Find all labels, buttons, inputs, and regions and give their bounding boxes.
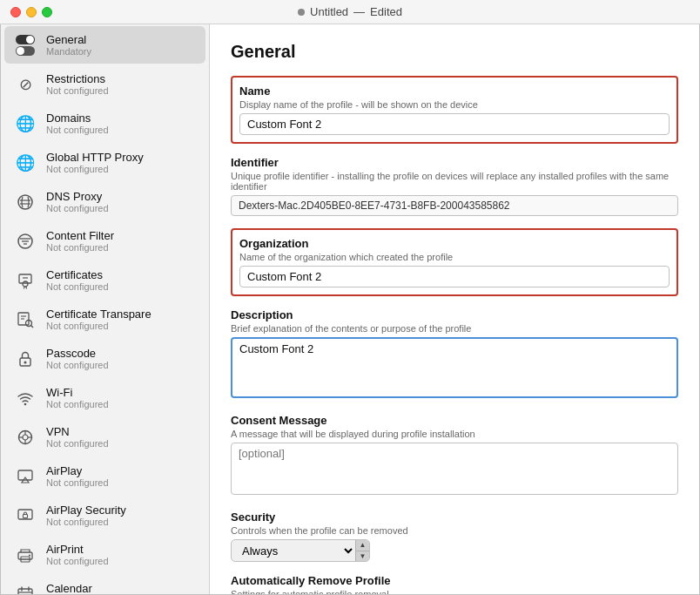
airplay-lock-icon (15, 505, 36, 526)
globe-icon: 🌐 (15, 113, 36, 134)
security-label: Security (231, 510, 678, 524)
circle-slash-icon: ⊘ (15, 74, 36, 95)
description-section: Description Brief explanation of the con… (231, 308, 678, 402)
svg-point-7 (23, 281, 28, 287)
sidebar-label-airprint: AirPrint (46, 543, 109, 556)
sidebar-item-global-http-proxy[interactable]: 🌐 Global HTTP Proxy Not configured (4, 144, 205, 181)
sidebar-item-dns-proxy[interactable]: DNS Proxy Not configured (4, 183, 205, 220)
svg-point-17 (24, 361, 27, 363)
dns-icon (15, 192, 36, 213)
sidebar-sub-dns: Not configured (46, 203, 109, 213)
page-title: General (231, 42, 678, 62)
sidebar-sub-general: Mandatory (46, 46, 91, 57)
sidebar-item-passcode[interactable]: Passcode Not configured (4, 340, 205, 377)
name-input[interactable] (239, 113, 670, 135)
sidebar-label-dns: DNS Proxy (46, 190, 109, 203)
sidebar-label-general: General (46, 33, 91, 46)
sidebar-item-airplay-security[interactable]: AirPlay Security Not configured (4, 497, 205, 534)
sidebar-item-vpn[interactable]: VPN Not configured (4, 418, 205, 456)
description-label: Description (231, 308, 678, 321)
sidebar-sub-airplay-security: Not configured (46, 517, 126, 527)
title-edited: Edited (370, 5, 402, 18)
sidebar-label-domains: Domains (46, 112, 109, 125)
svg-line-8 (24, 287, 25, 289)
sidebar-sub-restrictions: Not configured (46, 85, 109, 96)
sidebar-item-airprint[interactable]: AirPrint Not configured (4, 536, 205, 573)
sidebar-sub-vpn: Not configured (46, 438, 109, 449)
vpn-icon (15, 427, 36, 448)
lock-icon (15, 348, 36, 369)
wifi-icon (15, 388, 36, 409)
organization-desc: Name of the organization which created t… (239, 252, 670, 262)
auto-remove-desc: Settings for automatic profile removal (231, 589, 678, 594)
auto-remove-section: Automatically Remove Profile Settings fo… (231, 574, 678, 594)
name-section: Name Display name of the profile - will … (231, 76, 678, 144)
certificate-icon (15, 270, 36, 291)
sidebar-label-global-http: Global HTTP Proxy (46, 151, 144, 164)
sidebar-label-wifi: Wi-Fi (46, 386, 109, 399)
sidebar: General Mandatory ⊘ Restrictions Not con… (1, 24, 210, 594)
sidebar-item-content-filter[interactable]: Content Filter Not configured (4, 222, 205, 260)
sidebar-sub-global-http: Not configured (46, 164, 144, 174)
name-desc: Display name of the profile - will be sh… (239, 99, 670, 110)
sidebar-item-wifi[interactable]: Wi-Fi Not configured (4, 379, 205, 416)
sidebar-label-calendar: Calendar (46, 582, 109, 594)
organization-input[interactable] (239, 266, 670, 287)
calendar-icon (15, 584, 36, 595)
consent-textarea[interactable] (231, 443, 678, 495)
title-label: Untitled (310, 5, 348, 18)
svg-point-18 (24, 402, 27, 405)
globe2-icon: 🌐 (15, 152, 36, 173)
identifier-label: Identifier (231, 156, 678, 169)
description-desc: Brief explanation of the contents or pur… (231, 323, 678, 334)
sidebar-item-certificates[interactable]: Certificates Not configured (4, 261, 205, 299)
identifier-value: Dexters-Mac.2D405BE0-8EE7-4731-B8FB-2000… (231, 195, 678, 216)
title-bar: Untitled — Edited (0, 0, 700, 24)
sidebar-item-general[interactable]: General Mandatory (4, 26, 205, 64)
svg-rect-28 (24, 514, 28, 517)
content-filter-icon (15, 231, 36, 252)
main-content: General Name Display name of the profile… (210, 24, 699, 594)
zoom-button[interactable] (42, 7, 52, 17)
security-section: Security Controls when the profile can b… (231, 510, 678, 562)
sidebar-sub-certs: Not configured (46, 281, 109, 292)
sidebar-item-cert-transpare[interactable]: Certificate Transpare Not configured (4, 301, 205, 338)
sidebar-item-restrictions[interactable]: ⊘ Restrictions Not configured (4, 65, 205, 103)
identifier-desc: Unique profile identifier - installing t… (231, 171, 678, 192)
security-stepper-up[interactable]: ▲ (356, 540, 369, 551)
title-separator: — (353, 5, 365, 18)
svg-line-13 (31, 325, 34, 328)
description-textarea[interactable]: Custom Font 2 (231, 337, 678, 398)
svg-rect-32 (18, 589, 32, 595)
organization-section: Organization Name of the organization wh… (231, 228, 678, 296)
sidebar-label-vpn: VPN (46, 425, 109, 438)
sidebar-sub-airprint: Not configured (46, 556, 109, 566)
consent-section: Consent Message A message that will be d… (231, 414, 678, 498)
svg-point-20 (23, 435, 28, 440)
organization-label: Organization (239, 237, 670, 250)
sidebar-sub-airplay: Not configured (46, 477, 109, 488)
sidebar-item-calendar[interactable]: Calendar Not configured (4, 575, 205, 594)
security-select[interactable]: Always With Authorization Never (232, 540, 355, 561)
sidebar-sub-passcode: Not configured (46, 360, 109, 370)
sidebar-item-domains[interactable]: 🌐 Domains Not configured (4, 105, 205, 142)
sidebar-item-airplay[interactable]: AirPlay Not configured (4, 457, 205, 495)
traffic-lights (10, 7, 52, 17)
sidebar-sub-domains: Not configured (46, 125, 109, 135)
sidebar-label-certs: Certificates (46, 268, 109, 281)
title-dot-icon (298, 9, 305, 16)
name-label: Name (239, 85, 670, 98)
consent-label: Consent Message (231, 414, 678, 427)
security-stepper[interactable]: ▲ ▼ (355, 540, 369, 561)
sidebar-sub-content-filter: Not configured (46, 242, 114, 253)
sidebar-label-restrictions: Restrictions (46, 72, 109, 85)
security-desc: Controls when the profile can be removed (231, 525, 678, 536)
identifier-section: Identifier Unique profile identifier - i… (231, 156, 678, 216)
consent-desc: A message that will be displayed during … (231, 429, 678, 439)
close-button[interactable] (10, 7, 21, 17)
sidebar-label-cert-transpare: Certificate Transpare (46, 308, 151, 321)
security-stepper-down[interactable]: ▼ (356, 551, 369, 562)
security-select-wrapper: Always With Authorization Never ▲ ▼ (231, 539, 370, 562)
minimize-button[interactable] (26, 7, 37, 17)
svg-point-0 (18, 195, 32, 209)
